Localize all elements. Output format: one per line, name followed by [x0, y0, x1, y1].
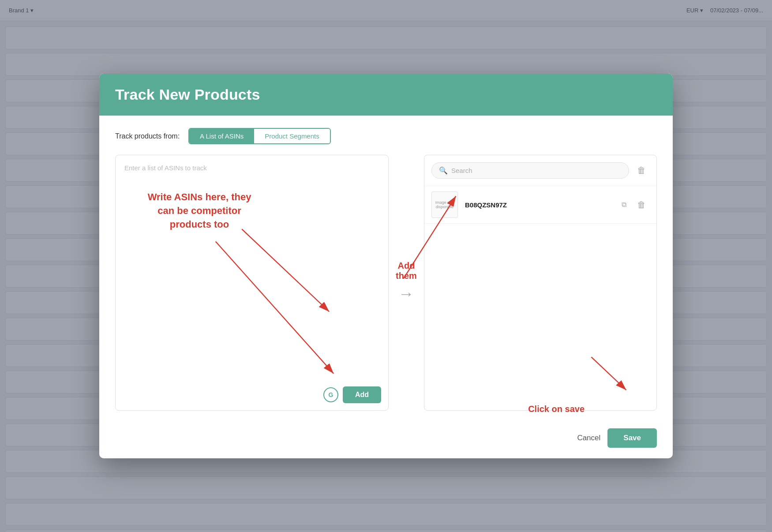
transfer-arrow-icon: → — [398, 285, 414, 303]
modal-title: Track New Products — [115, 86, 657, 103]
product-row: Image non disponible B08QZSN97Z ⧉ 🗑 — [424, 186, 656, 224]
product-image: Image non disponible — [431, 191, 458, 218]
modal-body: Track products from: A List of ASINs Pro… — [99, 116, 673, 421]
modal-backdrop: Track New Products Track products from: … — [0, 0, 772, 532]
add-button[interactable]: Add — [343, 386, 381, 403]
delete-all-button[interactable]: 🗑 — [633, 164, 649, 177]
modal-footer: Click on save Cancel Save — [99, 421, 673, 458]
asin-input-panel: Write ASINs here, they can be competitor… — [115, 155, 389, 411]
add-button-row: G Add — [323, 386, 381, 403]
cancel-button[interactable]: Cancel — [577, 434, 600, 442]
right-panel-header: 🔍 🗑 — [424, 155, 656, 186]
product-asin-text: B08QZSN97Z — [465, 201, 611, 209]
transfer-arrow-area: Add them → — [389, 155, 424, 303]
content-area: Write ASINs here, they can be competitor… — [115, 155, 657, 411]
product-list-panel: 🔍 🗑 Image non disponible B08QZSN97Z ⧉ 🗑 — [424, 155, 657, 411]
search-icon: 🔍 — [439, 166, 448, 175]
modal-header: Track New Products — [99, 74, 673, 116]
copy-asin-icon[interactable]: ⧉ — [622, 201, 626, 209]
tab-segments-button[interactable]: Product Segments — [254, 129, 330, 143]
grammarly-button[interactable]: G — [323, 387, 338, 402]
save-button[interactable]: Save — [607, 428, 657, 448]
annotation-add-them: Add them — [396, 261, 417, 281]
tab-group: A List of ASINs Product Segments — [188, 128, 331, 144]
search-box: 🔍 — [431, 162, 629, 179]
track-from-label: Track products from: — [115, 132, 180, 140]
tab-asins-button[interactable]: A List of ASINs — [189, 129, 254, 143]
track-from-row: Track products from: A List of ASINs Pro… — [115, 128, 657, 144]
search-input[interactable] — [451, 167, 622, 174]
asin-textarea[interactable] — [123, 162, 381, 401]
delete-product-button[interactable]: 🗑 — [633, 198, 649, 212]
track-new-products-modal: Track New Products Track products from: … — [99, 74, 673, 458]
